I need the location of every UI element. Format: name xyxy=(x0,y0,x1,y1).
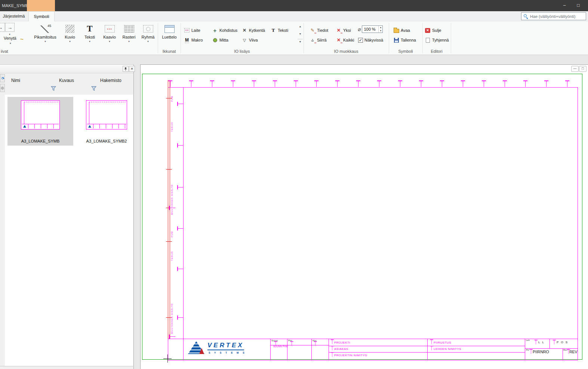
kytkenta-button[interactable]: Kytkentä xyxy=(241,27,265,34)
save-icon xyxy=(394,38,399,43)
rasteri-button[interactable]: Rasteri▾ xyxy=(120,22,138,43)
chevron-down-icon: ▾ xyxy=(31,40,59,43)
field-label-hyv: Hyv. xyxy=(313,339,317,342)
tiedot-button[interactable]: Tiedot xyxy=(310,27,328,34)
field-label-suunn: Suunn xyxy=(271,339,278,342)
wave-icon: ~ xyxy=(20,36,24,42)
luettelo-button[interactable]: Luettelo xyxy=(159,22,179,40)
zoom-control: ⌀ 100 % ▲ ▼ xyxy=(358,25,383,33)
canvas-maximize-button[interactable]: □ xyxy=(579,66,587,72)
group-label-editori: Editori xyxy=(422,49,451,54)
field-piirnro: PIIRNRO xyxy=(533,350,549,354)
pin-button[interactable] xyxy=(123,66,129,72)
search-input[interactable] xyxy=(521,12,586,20)
field-suunn-pvm: SUUNN PVM xyxy=(273,345,288,348)
schema-icon: ××× xyxy=(105,25,115,33)
text-icon: T xyxy=(87,24,92,34)
sulje-button[interactable]: Sulje xyxy=(425,27,441,34)
group-icon xyxy=(143,25,153,33)
pikamitoitus-button[interactable]: 45 Pikamitoitus▾ xyxy=(31,22,59,43)
kohdistus-button[interactable]: Kohdistus xyxy=(212,27,237,34)
column-header-kuvaus[interactable]: Kuvaus xyxy=(59,78,74,83)
tallenna-button[interactable]: Tallenna xyxy=(393,36,416,44)
clipped-box-icon: → xyxy=(0,23,5,32)
teksti-button[interactable]: T Teksti▾ xyxy=(81,22,99,43)
field-projekti: PROJEKTI xyxy=(334,341,350,344)
search-box xyxy=(521,12,586,20)
group-label-clipped: iivat xyxy=(1,49,12,54)
kaikki-button[interactable]: Kaikki xyxy=(336,36,354,44)
logo-subtext: S Y S T E M S xyxy=(209,351,246,354)
minimize-button[interactable]: – xyxy=(558,0,570,11)
wave-tool-button[interactable]: ~ xyxy=(20,36,24,43)
chevron-down-icon: ▾ xyxy=(100,40,119,43)
pin-icon xyxy=(124,67,127,71)
filter-kuvaus-button[interactable] xyxy=(91,86,96,92)
siirra-button[interactable]: ↔↕ Siirrä xyxy=(310,36,327,44)
stepper-down-button[interactable]: ▼ xyxy=(379,29,382,33)
tyhjenna-button[interactable]: Tyhjennä xyxy=(425,36,449,44)
field-asiakas: ASIAKAS xyxy=(334,347,348,351)
maximize-button[interactable]: □ xyxy=(572,0,584,11)
list-item-a3-lomake-symb2[interactable]: A3_LOMAKE_SYMB2 xyxy=(80,97,133,146)
viiva-button[interactable]: Viiva xyxy=(241,36,258,44)
application-window: MAKE_SYMB... – □ Järjestelmä Symboli → →… xyxy=(0,0,588,369)
close-button[interactable]: ✕ xyxy=(129,66,135,72)
makro-button[interactable]: Makro xyxy=(184,36,203,44)
tab-symboli[interactable]: Symboli xyxy=(28,11,55,21)
logo-mark-icon xyxy=(23,125,26,128)
ryhma-button[interactable]: Ryhmä▾ xyxy=(139,22,157,43)
scroll-up-button[interactable]: ▲ xyxy=(298,24,303,29)
macro-icon xyxy=(184,37,190,43)
avaa-button[interactable]: Avaa xyxy=(393,27,410,34)
diameter-icon: ⌀ xyxy=(358,26,361,32)
checked-checkbox-icon[interactable]: ✓ xyxy=(358,38,363,43)
stretch-box-button[interactable]: → xyxy=(5,23,15,32)
more-options-button[interactable]: ▼ xyxy=(298,39,303,44)
ribbon-tab-row xyxy=(0,11,588,21)
mitta-button[interactable]: Mitta xyxy=(212,36,228,44)
hatch-icon xyxy=(65,25,74,33)
move-icon: ↔↕ xyxy=(310,37,315,43)
margin-label-pvm: PVM xyxy=(171,96,173,102)
field-ll: L L xyxy=(538,341,545,344)
chevron-down-icon[interactable]: ▾ xyxy=(9,33,10,36)
group-label-ikkunat: Ikkunat xyxy=(158,49,181,54)
kuvio-button[interactable]: Kuvio▾ xyxy=(61,22,79,43)
filter-icon xyxy=(51,86,56,91)
nakyvissa-checkbox-row[interactable]: ✓ Näkyvissä xyxy=(358,36,383,44)
list-item-a3-lomake-symb[interactable]: A3_LOMAKE_SYMB xyxy=(7,97,73,146)
symbol-thumbnail xyxy=(21,100,60,129)
column-header-hakemisto[interactable]: Hakemisto xyxy=(100,78,121,83)
io-teksti-button[interactable]: Teksti xyxy=(270,27,288,34)
laite-button[interactable]: Laite xyxy=(184,27,200,34)
delete-all-icon xyxy=(336,37,342,43)
logo-text: VERTEX xyxy=(207,342,244,350)
scroll-down-button[interactable]: ▼ xyxy=(298,31,303,37)
filter-nimi-button[interactable] xyxy=(51,86,56,92)
search-icon xyxy=(524,14,527,17)
clipped-tool-icon[interactable]: → xyxy=(0,23,5,32)
field-label-rev: Rev xyxy=(563,349,567,351)
chevron-down-icon[interactable]: ▾ xyxy=(10,42,11,45)
margin-label-pvm: PVM xyxy=(171,231,173,237)
venyta-button[interactable]: Venytä xyxy=(4,36,16,40)
stepper-up-button[interactable]: ▲ xyxy=(379,26,382,29)
tab-jarjestelma[interactable]: Järjestelmä xyxy=(1,11,26,21)
palette-settings-button[interactable] xyxy=(0,84,5,92)
open-folder-icon xyxy=(394,29,399,33)
canvas-minimize-button[interactable]: — xyxy=(571,66,579,72)
palette-search-button[interactable] xyxy=(0,74,5,82)
column-header-nimi[interactable]: Nimi xyxy=(11,78,20,83)
margin-label-tekija: TEKIJÄ xyxy=(171,122,173,132)
margin-label-sisalto: MUUTOKSEN SISÄLTÖ xyxy=(171,303,173,334)
active-tab-accent xyxy=(27,0,55,11)
gear-icon xyxy=(1,86,4,90)
field-label-leh: Leh xyxy=(526,339,530,341)
kaavio-button[interactable]: ××× Kaavio▾ xyxy=(100,22,119,43)
zoom-value[interactable]: 100 % xyxy=(362,26,378,33)
field-label-piirt: Piirt xyxy=(288,339,292,342)
margin-label-sisalto: MUUTOKSEN SISÄLTÖ xyxy=(171,184,173,215)
chevron-down-icon: ▾ xyxy=(81,40,99,43)
yksi-button[interactable]: Yksi xyxy=(336,27,351,34)
